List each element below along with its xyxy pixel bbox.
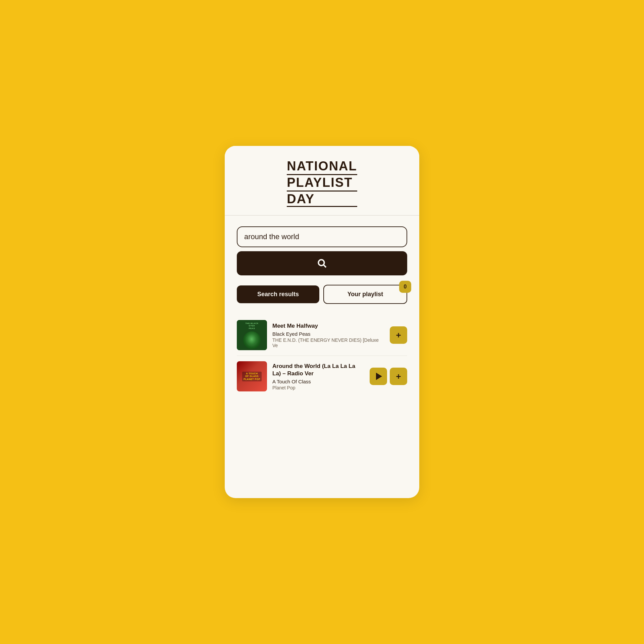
track-title: Around the World (La La La La La) – Radi… xyxy=(272,363,364,377)
svg-point-0 xyxy=(318,260,324,266)
track-artist: Black Eyed Peas xyxy=(272,331,384,337)
tab-your-playlist[interactable]: Your playlist 0 xyxy=(323,285,407,304)
track-info: Meet Me Halfway Black Eyed Peas THE E.N.… xyxy=(272,322,384,348)
header: NATIONAL PLAYLIST DAY xyxy=(225,146,419,216)
brand-line2: PLAYLIST xyxy=(287,176,357,192)
svg-line-1 xyxy=(324,265,326,267)
table-row: A Touchof GlassPlanet Pop Around the Wor… xyxy=(237,356,407,397)
tab-your-playlist-label: Your playlist xyxy=(347,291,383,298)
brand-line3: DAY xyxy=(287,192,357,206)
tabs-row: Search results Your playlist 0 xyxy=(237,285,407,304)
track-title: Meet Me Halfway xyxy=(272,322,384,330)
main-content: Search results Your playlist 0 THE BLACK… xyxy=(225,216,419,498)
tab-search-results[interactable]: Search results xyxy=(237,285,319,303)
search-button[interactable] xyxy=(237,251,407,275)
brand-title: NATIONAL PLAYLIST DAY xyxy=(287,159,357,207)
results-list: THE BLACKEYEDPEAS Meet Me Halfway Black … xyxy=(237,315,407,397)
search-icon xyxy=(317,258,327,269)
app-card: NATIONAL PLAYLIST DAY Search results You… xyxy=(225,146,419,498)
add-to-playlist-button[interactable]: + xyxy=(390,368,407,385)
play-icon xyxy=(376,373,382,380)
action-buttons: + xyxy=(390,326,407,344)
album-art-atc: A Touchof GlassPlanet Pop xyxy=(237,361,267,391)
search-input-wrapper xyxy=(237,226,407,247)
atc-art-inner: A Touchof GlassPlanet Pop xyxy=(237,361,267,391)
track-artist: A Touch Of Class xyxy=(272,379,364,384)
track-album: Planet Pop xyxy=(272,385,364,390)
add-to-playlist-button[interactable]: + xyxy=(390,326,407,344)
table-row: THE BLACKEYEDPEAS Meet Me Halfway Black … xyxy=(237,315,407,356)
track-info: Around the World (La La La La La) – Radi… xyxy=(272,363,364,390)
playlist-count-badge: 0 xyxy=(399,281,411,293)
atc-art-label: A Touchof GlassPlanet Pop xyxy=(242,372,262,381)
search-input[interactable] xyxy=(244,232,400,241)
album-art-bep: THE BLACKEYEDPEAS xyxy=(237,320,267,350)
brand-line1: NATIONAL xyxy=(287,159,357,175)
play-button[interactable] xyxy=(370,368,387,385)
track-album: THE E.N.D. (THE ENERGY NEVER DIES) [Delu… xyxy=(272,337,384,348)
action-buttons: + xyxy=(370,368,407,385)
